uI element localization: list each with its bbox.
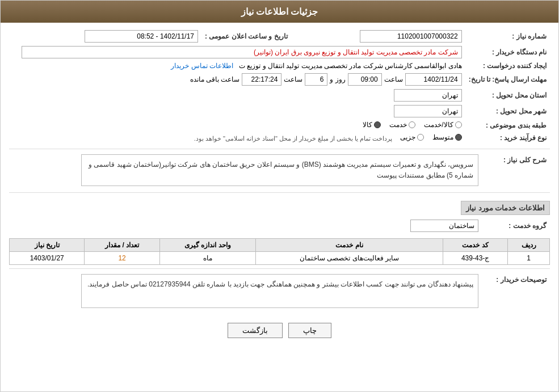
process-option-minor[interactable]: جزیی (400, 133, 424, 141)
need-number-value: 1102001007000322 (360, 30, 462, 43)
table-row: 1 ج-43-439 سایر فعالیت‌های تخصصی ساختمان… (10, 252, 550, 265)
creator-value: هادی ابوالقاسمی کارشناس شرکت مادر تخصصی … (239, 62, 462, 70)
category-option-goods-service[interactable]: کالا/خدمت (424, 121, 461, 129)
process-note: پرداخت تمام یا بخشی از مبلغ خریدار از مح… (194, 135, 393, 142)
process-label-medium: متوسط (432, 133, 453, 141)
deadline-label: مهلت ارسال پاسخ: تا تاریخ: (465, 71, 550, 87)
services-table: ردیف کد خدمت نام خدمت واحد اندازه گیری ت… (9, 238, 550, 265)
category-radio-service[interactable] (409, 121, 415, 128)
deadline-date: 1402/11/24 (405, 73, 462, 86)
buyer-org-value: شرکت مادر تخصصی مدیریت تولید انتقال و تو… (22, 46, 462, 58)
time-remaining-label: ساعت (284, 75, 302, 83)
category-label-goods: کالا (363, 121, 372, 129)
cell-name: سایر فعالیت‌های تخصصی ساختمان (256, 252, 443, 265)
separator-2 (9, 192, 550, 193)
announcement-value: 1402/11/17 - 08:52 (85, 30, 198, 43)
buyer-org-label: نام دستگاه خریدار : (465, 44, 550, 60)
description-section-label: شرح کلی نیاز : (482, 153, 550, 188)
process-option-medium[interactable]: متوسط (432, 133, 462, 141)
cell-row-num: 1 (508, 252, 550, 265)
need-number-label: شماره نیاز : (465, 28, 550, 44)
category-label: طبقه بندی موضوعی : (465, 119, 550, 132)
province-value: تهران (394, 89, 462, 102)
bottom-buttons: چاپ بازگشت (9, 314, 550, 349)
category-option-service[interactable]: خدمت (389, 121, 415, 129)
description-text: سرویس، نگهداری و تعمیرات سیستم مدیریت هو… (81, 154, 478, 186)
process-radio-group: متوسط جزیی (400, 133, 462, 141)
category-radio-group: کالا/خدمت خدمت کالا (363, 121, 461, 129)
col-header-date: تاریخ نیاز (10, 239, 85, 252)
city-label: شهر محل تحویل : (465, 103, 550, 119)
category-radio-goods[interactable] (374, 121, 381, 128)
process-radio-minor[interactable] (417, 134, 424, 141)
group-label: گروه خدمت : (482, 218, 550, 234)
col-header-quantity: تعداد / مقدار (85, 239, 159, 252)
time-label: ساعت (384, 75, 403, 83)
services-section-header: اطلاعات خدمات مورد نیاز (461, 201, 550, 215)
creator-label: ایجاد کننده درخواست : (465, 60, 550, 71)
hours-remaining-label: ساعت باقی مانده (190, 75, 240, 83)
col-header-row-num: ردیف (508, 239, 550, 252)
announcement-label: تاریخ و ساعت اعلان عمومی : (201, 28, 291, 44)
process-label: نوع فرآیند خرید : (465, 132, 550, 144)
category-radio-goods-service[interactable] (455, 121, 462, 128)
header-title: جزئیات اطلاعات نیاز (241, 7, 318, 16)
process-label-minor: جزیی (400, 133, 415, 141)
group-value: ساختمان (410, 220, 478, 232)
deadline-time-remaining: 22:17:24 (242, 73, 281, 86)
buyer-notes-label: توصیحات خریدار : (482, 272, 550, 310)
cell-date: 1403/01/27 (10, 252, 85, 265)
separator-3 (9, 268, 550, 269)
col-header-unit: واحد اندازه گیری (159, 239, 256, 252)
cell-code: ج-43-439 (443, 252, 508, 265)
category-label-goods-service: کالا/خدمت (424, 121, 453, 129)
buyer-notes-text: پیشنهاد دهندگان می توانند جهت کسب اطلاعا… (81, 274, 478, 308)
print-button[interactable]: چاپ (288, 323, 331, 338)
creator-contact-link[interactable]: اطلاعات تماس خریدار (171, 62, 233, 70)
page-header: جزئیات اطلاعات نیاز (1, 1, 558, 23)
city-value: تهران (394, 105, 462, 117)
col-header-name: نام خدمت (256, 239, 443, 252)
province-label: استان محل تحویل : (465, 87, 550, 103)
category-option-goods[interactable]: کالا (363, 121, 381, 129)
col-header-code: کد خدمت (443, 239, 508, 252)
deadline-time: 09:00 (348, 73, 382, 86)
separator-1 (9, 149, 550, 149)
days-label: روز و (330, 75, 345, 83)
deadline-days: 6 (305, 73, 327, 86)
category-label-service: خدمت (389, 121, 407, 129)
back-button[interactable]: بازگشت (228, 323, 283, 338)
process-radio-medium[interactable] (455, 134, 462, 141)
cell-unit: ماه (159, 252, 256, 265)
cell-quantity: 12 (85, 252, 159, 265)
